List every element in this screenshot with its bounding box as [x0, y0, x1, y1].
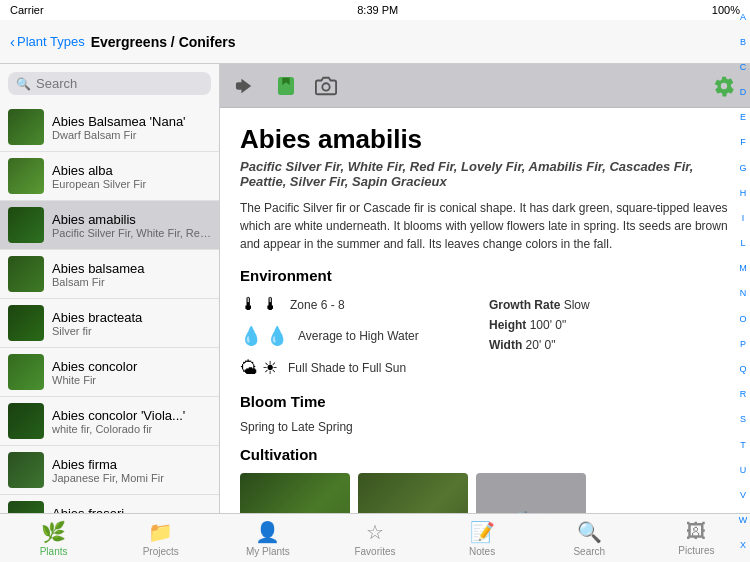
water-drop-full-icon: 💧 — [266, 325, 288, 347]
tab-plants[interactable]: 🌿 Plants — [0, 514, 107, 562]
tab-favorites[interactable]: ☆ Favorites — [321, 514, 428, 562]
list-item[interactable]: Abies concolor 'Viola...' white fir, Col… — [0, 397, 219, 446]
plant-name: Abies bracteata — [52, 310, 211, 325]
alpha-letter[interactable]: P — [740, 339, 746, 349]
alpha-letter[interactable]: U — [740, 465, 747, 475]
list-item[interactable]: Abies alba European Silver Fir — [0, 152, 219, 201]
camera-button[interactable] — [312, 72, 340, 100]
cultivation-section-title: Cultivation — [240, 446, 730, 463]
plant-name: Abies amabilis — [52, 212, 211, 227]
alpha-letter[interactable]: H — [740, 188, 747, 198]
plant-list: Abies Balsamea 'Nana' Dwarf Balsam Fir A… — [0, 103, 219, 513]
plant-info: Abies Balsamea 'Nana' Dwarf Balsam Fir — [52, 114, 211, 141]
plant-thumbnail — [8, 207, 44, 243]
cultivation-photo-1[interactable] — [240, 473, 350, 513]
width-value: 20' 0" — [526, 338, 556, 352]
projects-tab-label: Projects — [143, 546, 179, 557]
env-water-icons: 💧 💧 — [240, 325, 288, 347]
favorites-tab-label: Favorites — [354, 546, 395, 557]
height-value: 100' 0" — [530, 318, 567, 332]
plant-info: Abies concolor White Fir — [52, 359, 211, 386]
alpha-letter[interactable]: G — [739, 163, 746, 173]
alpha-letter[interactable]: I — [742, 213, 745, 223]
alpha-letter[interactable]: S — [740, 414, 746, 424]
list-item[interactable]: Abies firma Japanese Fir, Momi Fir — [0, 446, 219, 495]
height-label: Height — [489, 318, 526, 332]
carrier-label: Carrier — [10, 4, 44, 16]
detail-aliases: Pacific Silver Fir, White Fir, Red Fir, … — [240, 159, 730, 189]
list-item[interactable]: Abies Balsamea 'Nana' Dwarf Balsam Fir — [0, 103, 219, 152]
search-box[interactable]: 🔍 — [8, 72, 211, 95]
environment-section-title: Environment — [240, 267, 730, 284]
env-water-label: Average to High Water — [298, 329, 419, 343]
plants-tab-icon: 🌿 — [41, 520, 66, 544]
photo-grid: 📷 Add Photo — [240, 473, 730, 513]
cultivation-photo-2[interactable] — [358, 473, 468, 513]
alpha-letter[interactable]: T — [740, 440, 746, 450]
detail-description: The Pacific Silver fir or Cascade fir is… — [240, 199, 730, 253]
plant-thumbnail — [8, 354, 44, 390]
list-item[interactable]: Abies fraseri Fraser Fir — [0, 495, 219, 513]
alpha-letter[interactable]: N — [740, 288, 747, 298]
alpha-letter[interactable]: O — [739, 314, 746, 324]
list-item[interactable]: Abies concolor White Fir — [0, 348, 219, 397]
plant-name: Abies Balsamea 'Nana' — [52, 114, 211, 129]
list-item[interactable]: Abies balsamea Balsam Fir — [0, 250, 219, 299]
alpha-letter[interactable]: R — [740, 389, 747, 399]
plant-info: Abies concolor 'Viola...' white fir, Col… — [52, 408, 211, 435]
alpha-letter[interactable]: F — [740, 137, 746, 147]
add-photo-button[interactable]: 📷 Add Photo — [476, 473, 586, 513]
tab-my-plants[interactable]: 👤 My Plants — [214, 514, 321, 562]
water-drop-icon: 💧 — [240, 325, 262, 347]
plant-subtitle: European Silver Fir — [52, 178, 211, 190]
growth-rate-value: Slow — [564, 298, 590, 312]
plant-info: Abies firma Japanese Fir, Momi Fir — [52, 457, 211, 484]
detail-content: Abies amabilis Pacific Silver Fir, White… — [220, 108, 750, 513]
alpha-letter[interactable]: C — [740, 64, 747, 72]
bloom-section: Bloom Time Spring to Late Spring — [240, 393, 730, 434]
plant-thumbnail — [8, 501, 44, 513]
env-zone-row: 🌡 🌡 Zone 6 - 8 — [240, 294, 481, 315]
content-area: 🔍 Abies Balsamea 'Nana' Dwarf Balsam Fir… — [0, 64, 750, 513]
tab-search[interactable]: 🔍 Search — [536, 514, 643, 562]
alpha-letter[interactable]: E — [740, 112, 746, 122]
plant-thumbnail — [8, 403, 44, 439]
environment-grid: 🌡 🌡 Zone 6 - 8 💧 💧 Average to High Water — [240, 294, 730, 379]
nav-back-button[interactable]: ‹ Plant Types — [10, 33, 85, 50]
bookmark-button[interactable] — [272, 72, 300, 100]
projects-tab-icon: 📁 — [148, 520, 173, 544]
height-attr: Height 100' 0" — [489, 318, 730, 332]
list-item[interactable]: Abies amabilis Pacific Silver Fir, White… — [0, 201, 219, 250]
svg-point-2 — [322, 83, 329, 90]
settings-button[interactable] — [710, 72, 738, 100]
list-item[interactable]: Abies bracteata Silver fir — [0, 299, 219, 348]
favorites-tab-icon: ☆ — [366, 520, 384, 544]
pictures-tab-icon: 🖼 — [686, 520, 706, 543]
env-zone-label: Zone 6 - 8 — [290, 298, 345, 312]
search-input[interactable] — [36, 76, 203, 91]
alpha-letter[interactable]: Q — [739, 364, 746, 374]
plant-info: Abies amabilis Pacific Silver Fir, White… — [52, 212, 211, 239]
alpha-letter[interactable]: D — [740, 87, 747, 97]
notes-tab-icon: 📝 — [470, 520, 495, 544]
alpha-letter[interactable]: L — [740, 238, 745, 248]
alpha-index[interactable]: ABCDEFGHILMNOPQRSTUVWX — [736, 64, 750, 513]
time-label: 8:39 PM — [357, 4, 398, 16]
tab-notes[interactable]: 📝 Notes — [429, 514, 536, 562]
share-button[interactable] — [232, 72, 260, 100]
sun-full-icon: ☀ — [262, 357, 278, 379]
tab-pictures[interactable]: 🖼 Pictures — [643, 514, 750, 562]
plant-subtitle: Dwarf Balsam Fir — [52, 129, 211, 141]
svg-rect-0 — [237, 83, 243, 89]
nav-title: Evergreens / Conifers — [91, 34, 236, 50]
app-container: ‹ Plant Types Evergreens / Conifers 🔍 Ab… — [0, 20, 750, 562]
alpha-letter[interactable]: V — [740, 490, 746, 500]
pictures-tab-label: Pictures — [678, 545, 714, 556]
tab-projects[interactable]: 📁 Projects — [107, 514, 214, 562]
plants-tab-label: Plants — [40, 546, 68, 557]
nav-back-label: Plant Types — [17, 34, 85, 49]
chevron-left-icon: ‹ — [10, 33, 15, 50]
alpha-letter[interactable]: M — [739, 263, 747, 273]
plant-subtitle: Silver fir — [52, 325, 211, 337]
status-bar: Carrier 8:39 PM 100% — [0, 0, 750, 20]
